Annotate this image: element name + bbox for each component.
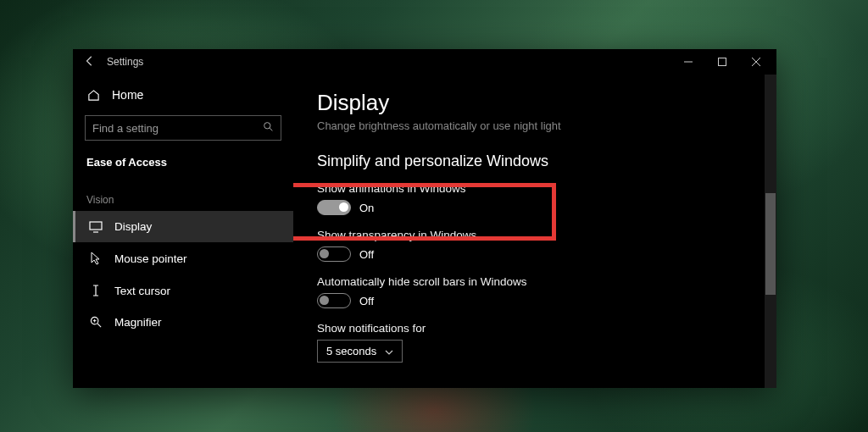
content-pane: Display Change brightness automatically … (293, 75, 776, 388)
setting-notifications: Show notifications for 5 seconds (317, 322, 753, 363)
minimize-button[interactable] (671, 49, 705, 75)
sidebar-item-label: Magnifier (114, 316, 162, 329)
svg-point-4 (264, 123, 270, 129)
search-box[interactable] (85, 115, 281, 141)
setting-label: Automatically hide scroll bars in Window… (317, 275, 753, 288)
setting-animations: Show animations in Windows On (317, 182, 753, 215)
search-input[interactable] (92, 122, 263, 135)
sidebar-item-label: Display (114, 220, 152, 233)
home-label: Home (112, 88, 143, 102)
setting-scrollbars: Automatically hide scroll bars in Window… (317, 275, 753, 308)
sidebar-item-mouse-pointer[interactable]: Mouse pointer (73, 242, 293, 274)
svg-line-10 (97, 324, 100, 327)
dropdown-value: 5 seconds (326, 345, 376, 357)
svg-rect-6 (90, 222, 102, 230)
toggle-scrollbars[interactable] (317, 293, 351, 308)
page-subheading: Change brightness automatically or use n… (317, 119, 753, 132)
close-button[interactable] (739, 49, 773, 75)
sidebar: Home Ease of Access Vision Display (73, 75, 293, 388)
toggle-animations[interactable] (317, 200, 351, 215)
setting-label: Show animations in Windows (317, 182, 753, 195)
setting-transparency: Show transparency in Windows Off (317, 229, 753, 262)
cursor-icon (89, 252, 103, 265)
sidebar-item-text-cursor[interactable]: Text cursor (73, 274, 293, 307)
group-label: Vision (73, 179, 293, 211)
setting-label: Show transparency in Windows (317, 229, 753, 241)
scrollbar-thumb[interactable] (765, 193, 776, 295)
page-heading: Display (317, 90, 753, 116)
titlebar: Settings (73, 49, 776, 75)
chevron-down-icon (385, 345, 393, 357)
svg-line-5 (270, 128, 272, 130)
maximize-button[interactable] (705, 49, 739, 75)
toggle-state: On (359, 202, 374, 214)
toggle-state: Off (359, 295, 374, 307)
app-title: Settings (103, 56, 143, 68)
home-nav[interactable]: Home (73, 80, 293, 110)
notifications-dropdown[interactable]: 5 seconds (317, 340, 403, 363)
magnifier-icon (89, 316, 103, 329)
sidebar-item-display[interactable]: Display (73, 211, 293, 242)
sidebar-item-label: Mouse pointer (114, 252, 187, 265)
back-button[interactable] (76, 55, 103, 69)
section-heading: Simplify and personalize Windows (317, 152, 753, 170)
home-icon (86, 89, 100, 102)
category-label: Ease of Access (73, 149, 293, 179)
display-icon (89, 221, 103, 233)
svg-rect-1 (719, 58, 726, 66)
setting-label: Show notifications for (317, 322, 753, 335)
settings-window: Settings Home Ease of A (73, 49, 776, 388)
sidebar-item-label: Text cursor (114, 285, 170, 297)
text-cursor-icon (89, 284, 103, 297)
toggle-transparency[interactable] (317, 246, 351, 262)
search-icon (263, 121, 274, 135)
toggle-state: Off (359, 248, 374, 261)
sidebar-item-magnifier[interactable]: Magnifier (73, 307, 293, 338)
